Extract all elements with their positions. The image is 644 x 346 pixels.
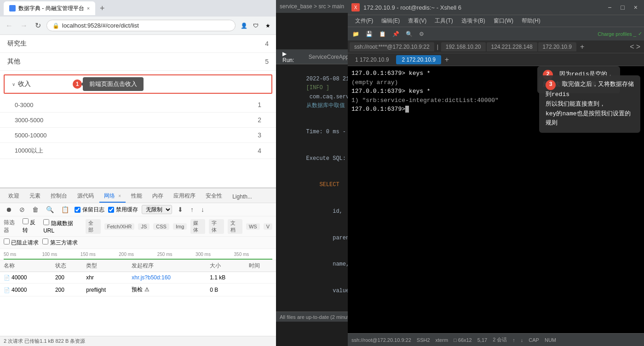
tab-sources[interactable]: 源代码 (73, 190, 98, 203)
bookmark-icon[interactable]: ★ (263, 21, 272, 30)
filter-img[interactable]: Img (173, 223, 187, 230)
col-initiator[interactable]: 发起程序 (128, 260, 206, 272)
dict-row-label: 其他 (7, 57, 20, 66)
sub-row-value: 2 (258, 116, 261, 124)
clear-button[interactable]: ⊘ (17, 205, 27, 214)
xshell-copy-btn[interactable]: 📋 (376, 30, 389, 38)
blocked-requests-checkbox[interactable]: 已阻止请求 (4, 238, 39, 247)
network-table-container[interactable]: 名称 状态 类型 发起程序 大小 时间 📄40000 200 xhr xhr.j… (0, 260, 276, 336)
col-status[interactable]: 状态 (52, 260, 82, 272)
filter-ws[interactable]: WS (246, 223, 260, 230)
session-tab-3[interactable]: 124.221.228.148 (487, 42, 537, 51)
xshell-paste-btn[interactable]: 📌 (390, 30, 402, 38)
filter-button[interactable]: 🔍 (44, 205, 56, 214)
menu-window[interactable]: 窗口(W) (490, 16, 517, 26)
prev-arrow[interactable]: < (630, 43, 634, 51)
forward-button[interactable]: → (18, 20, 29, 32)
col-type[interactable]: 类型 (82, 260, 128, 272)
tab-lighthouse[interactable]: Lighth... (228, 192, 257, 203)
xshell-settings-btn[interactable]: ⚙ (416, 30, 427, 38)
terminal-content[interactable]: 3 取完值之后，又将数据存储到redis所以我们能直接查到，key的name也是… (348, 66, 644, 333)
timeline-bar: 50 ms 100 ms 150 ms 200 ms 250 ms 300 ms… (0, 249, 276, 260)
annotation-bubble-3: 3 取完值之后，又将数据存储到redis所以我们能直接查到，key的name也是… (539, 75, 640, 133)
filter-doc[interactable]: 文档 (228, 219, 242, 234)
network-row[interactable]: 📄40000 200 xhr xhr.js?b50d:160 1.1 kB (0, 272, 276, 284)
col-name[interactable]: 名称 (0, 260, 52, 272)
row-type: preflight (82, 284, 128, 296)
tab-close-icon[interactable]: × (118, 193, 121, 199)
throttle-select[interactable]: 无限制 (142, 205, 172, 214)
address-bar[interactable]: 🔒 localhost:9528/#/core/dict/list (46, 20, 236, 31)
tab-memory[interactable]: 内存 (148, 190, 168, 203)
menu-edit[interactable]: 编辑(E) (378, 16, 403, 26)
filter-font[interactable]: 字体 (209, 219, 224, 234)
reload-button[interactable]: ↻ (33, 19, 43, 32)
cursor-position: 5,17 (477, 337, 487, 343)
server-tab-1[interactable]: 1 172.20.10.9 (350, 55, 394, 64)
hide-url-checkbox[interactable]: 隐藏数据 URL (43, 219, 82, 234)
charge-profiles-label[interactable]: Charge profiles _ (598, 31, 636, 37)
filter-fetch[interactable]: Fetch/XHR (104, 223, 135, 230)
download-button[interactable]: ↓ (199, 205, 206, 214)
browser-tab-close-btn[interactable]: × (87, 6, 90, 11)
initiator-link[interactable]: xhr.js?b50d:160 (132, 274, 171, 281)
session-tab-4[interactable]: 172.20.10.9 (538, 42, 576, 51)
add-session-button[interactable]: + (577, 43, 587, 51)
filter-js[interactable]: JS (138, 223, 150, 230)
preserve-log-checkbox[interactable]: 保留日志 (75, 206, 104, 214)
tab-console[interactable]: 控制台 (46, 190, 72, 203)
menu-view[interactable]: 查看(V) (404, 16, 430, 26)
shield-icon[interactable]: 🛡 (251, 21, 260, 30)
add-server-tab-button[interactable]: + (443, 56, 451, 64)
filter-row: 筛选器 反转 隐藏数据 URL 全部 Fetch/XHR JS CSS Img … (0, 216, 276, 237)
close-button[interactable]: × (631, 4, 640, 11)
tab-performance[interactable]: 性能 (126, 190, 147, 203)
maximize-button[interactable]: □ (618, 4, 627, 11)
dict-section-header[interactable]: ∨ 收入 1 前端页面点击收入 (4, 74, 272, 94)
profile-icon[interactable]: 👤 (239, 21, 248, 30)
tab-application[interactable]: 应用程序 (169, 190, 200, 203)
row-time (245, 284, 276, 296)
record-button[interactable]: ⏺ (4, 205, 14, 214)
num-indicator: NUM (545, 337, 556, 343)
menu-help[interactable]: 帮助(H) (518, 16, 544, 26)
menu-file[interactable]: 文件(F) (351, 16, 377, 26)
filter-css[interactable]: CSS (153, 223, 169, 230)
import-button[interactable]: ⬇ (176, 205, 185, 214)
col-size[interactable]: 大小 (206, 260, 245, 272)
callout-bubble-1: 前端页面点击收入 (83, 77, 144, 91)
third-party-checkbox[interactable]: 第三方请求 (42, 238, 77, 247)
server-tab-2[interactable]: 2 172.20.10.9 (396, 55, 441, 64)
disable-cache-checkbox[interactable]: 禁用缓存 (108, 206, 138, 214)
menu-tabs[interactable]: 选项卡(B) (458, 16, 489, 26)
xshell-folder-btn[interactable]: 📁 (350, 30, 362, 38)
filter-v[interactable]: V (264, 223, 272, 230)
ide-tab-servicecore[interactable]: ServiceCoreApp (304, 52, 353, 62)
invert-checkbox[interactable]: 反转 (23, 218, 40, 234)
trash-button[interactable]: 🗑 (30, 205, 40, 214)
browser-tab-active[interactable]: 数据字典 - 尚融宝管理平台 × (4, 1, 95, 15)
xshell-search-btn[interactable]: 🔍 (403, 30, 415, 38)
upload-button[interactable]: ↑ (189, 205, 196, 214)
back-button[interactable]: ← (4, 20, 15, 32)
tab-welcome[interactable]: 欢迎 (4, 190, 24, 203)
next-arrow[interactable]: > (636, 43, 640, 51)
tab-security[interactable]: 安全性 (201, 190, 227, 203)
minimize-button[interactable]: − (605, 4, 614, 11)
session-tab-1[interactable]: ssh://root:****@172.20.10.9:22 (350, 42, 434, 51)
browser-tab-bar: 数据字典 - 尚融宝管理平台 × + (0, 0, 276, 17)
xshell-save-btn[interactable]: 💾 (363, 30, 375, 38)
row-initiator: 预检 ⚠ (128, 284, 206, 296)
copy-button[interactable]: 📋 (59, 205, 71, 214)
session-tab-2[interactable]: 192.168.10.20 (441, 42, 486, 51)
new-tab-button[interactable]: + (97, 4, 108, 13)
filter-all[interactable]: 全部 (86, 219, 100, 234)
network-row[interactable]: 📄40000 200 preflight 预检 ⚠ 0 B (0, 284, 276, 296)
menu-tools[interactable]: 工具(T) (431, 16, 456, 26)
tab-network[interactable]: 网络 × (99, 190, 126, 203)
filter-media[interactable]: 媒体 (190, 219, 205, 234)
tab-elements[interactable]: 元素 (25, 190, 45, 203)
ide-tab-run[interactable]: ▶ Run: (278, 50, 303, 65)
col-time[interactable]: 时间 (245, 260, 276, 272)
tab-favicon (9, 5, 16, 11)
